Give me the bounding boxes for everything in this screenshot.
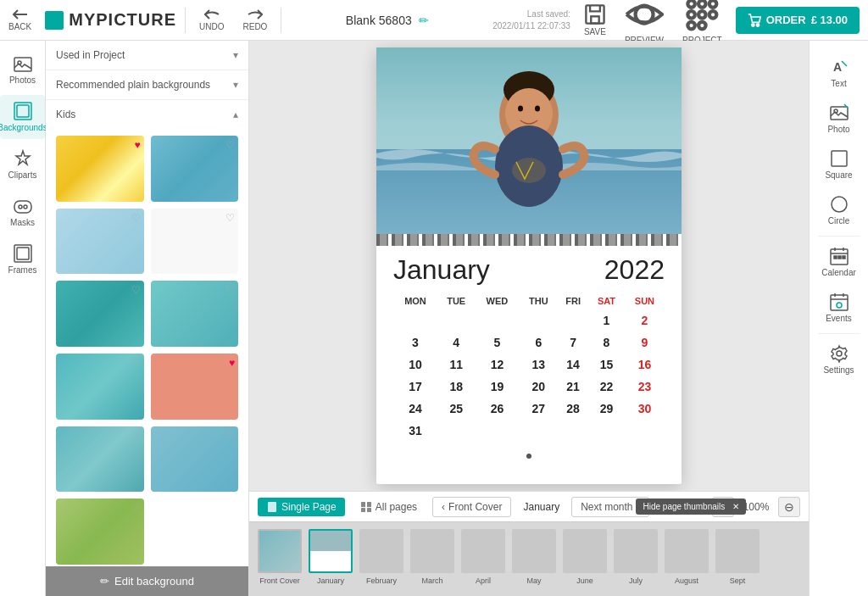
bg-item-7[interactable]: ♡ <box>56 354 144 420</box>
calendar-icon <box>830 247 849 265</box>
right-tool-events-label: Events <box>826 314 852 323</box>
close-tooltip-icon[interactable]: ✕ <box>732 502 739 511</box>
project-button[interactable]: PROJECT <box>677 0 727 45</box>
bg-item-5[interactable]: ♡ <box>56 281 144 347</box>
thumb-sept[interactable]: Sept <box>715 529 760 585</box>
front-cover-button[interactable]: ‹ Front Cover <box>432 497 511 517</box>
edit-background-button[interactable]: ✏ Edit background <box>46 566 248 596</box>
bg-item-2[interactable]: ♡ <box>151 136 239 202</box>
right-tool-photo-label: Photo <box>827 125 849 134</box>
right-tool-square[interactable]: Square <box>810 142 868 187</box>
svg-rect-32 <box>268 502 276 512</box>
bg-item-4[interactable]: ♡ <box>151 209 239 275</box>
right-tool-text[interactable]: A Text <box>810 51 868 95</box>
sidebar-tool-photos-label: Photos <box>9 75 36 85</box>
thumb-label-june: June <box>576 577 593 585</box>
photo-svg <box>376 47 682 234</box>
heart-icon-3[interactable]: ♡ <box>131 212 141 224</box>
heart-icon-4[interactable]: ♡ <box>225 212 235 224</box>
heart-icon-5[interactable]: ♡ <box>131 284 141 296</box>
canvas-workspace[interactable]: January 2022 MON TUE WED THU FRI SAT <box>249 41 809 491</box>
heart-icon-9[interactable]: ♡ <box>131 430 141 442</box>
thumb-march[interactable]: March <box>410 529 454 585</box>
svg-rect-35 <box>361 508 365 512</box>
heart-icon-7[interactable]: ♡ <box>131 357 141 369</box>
right-tool-events[interactable]: Events <box>810 286 868 330</box>
thumb-img-front-cover <box>258 529 302 573</box>
section-kids-header[interactable]: Kids ▴ <box>46 100 248 129</box>
thumb-august[interactable]: August <box>665 529 709 585</box>
svg-point-28 <box>518 106 523 112</box>
section-used-label: Used in Project <box>56 49 125 61</box>
thumb-june[interactable]: June <box>563 529 607 585</box>
thumb-july[interactable]: July <box>614 529 658 585</box>
col-fri: FRI <box>558 292 588 309</box>
right-tool-settings-label: Settings <box>823 365 854 375</box>
section-recommended-header[interactable]: Recommended plain backgrounds ▾ <box>46 70 248 99</box>
right-tool-settings[interactable]: Settings <box>810 337 868 382</box>
sidebar-tool-cliparts[interactable]: Cliparts <box>0 142 45 187</box>
panel-scrollable[interactable]: Used in Project ▾ Recommended plain back… <box>46 41 248 566</box>
calendar-dot <box>393 442 665 467</box>
divider-2 <box>281 8 281 33</box>
thumb-may[interactable]: May <box>512 529 556 585</box>
redo-button[interactable]: REDO <box>237 8 272 31</box>
bg-item-1[interactable]: ♥ <box>56 136 144 202</box>
heart-icon-2[interactable]: ♡ <box>225 139 235 151</box>
bg-item-6[interactable]: ♡ <box>151 281 239 347</box>
section-used-header[interactable]: Used in Project ▾ <box>46 41 248 70</box>
thumb-front-cover[interactable]: Front Cover <box>258 529 302 585</box>
svg-rect-22 <box>17 248 29 259</box>
bg-item-9[interactable]: ♡ <box>56 426 144 493</box>
calendar-header: January 2022 <box>393 254 665 286</box>
bg-item-8[interactable]: ♥ <box>151 354 239 420</box>
heart-icon-10[interactable]: ♡ <box>225 430 235 442</box>
back-label: BACK <box>8 22 31 31</box>
order-button[interactable]: ORDER £ 13.00 <box>736 7 860 34</box>
sidebar-tool-frames[interactable]: Frames <box>0 237 45 281</box>
heart-icon-1[interactable]: ♥ <box>134 139 140 151</box>
backgrounds-panel: Used in Project ▾ Recommended plain back… <box>46 41 249 596</box>
calendar-month: January <box>393 254 490 286</box>
heart-icon-11[interactable]: ♡ <box>131 502 141 514</box>
thumb-label-april: April <box>476 577 491 585</box>
save-button[interactable]: SAVE <box>579 3 611 36</box>
edit-title-icon[interactable]: ✏ <box>419 14 429 27</box>
svg-point-11 <box>698 21 705 28</box>
svg-point-7 <box>687 11 694 18</box>
preview-button[interactable]: PREVIEW <box>620 0 669 45</box>
svg-point-9 <box>709 11 716 18</box>
thumb-january[interactable]: January <box>309 529 353 585</box>
zoom-out-button[interactable]: ⊖ <box>778 497 800 517</box>
thumb-img-june <box>563 529 607 573</box>
sidebar-tool-masks[interactable]: Masks <box>0 190 45 234</box>
right-tool-photo[interactable]: Photo <box>810 97 868 141</box>
undo-button[interactable]: UNDO <box>194 8 229 31</box>
thumb-label-january: January <box>317 577 344 585</box>
svg-point-20 <box>24 205 27 209</box>
sidebar-tool-photos[interactable]: Photos <box>0 47 45 92</box>
thumb-label-february: February <box>366 577 397 585</box>
thumb-label-front-cover: Front Cover <box>259 577 300 585</box>
thumb-april[interactable]: April <box>461 529 505 585</box>
calendar-grid: MON TUE WED THU FRI SAT SUN <box>393 292 665 442</box>
svg-rect-18 <box>14 201 31 213</box>
thumb-february[interactable]: February <box>359 529 403 585</box>
heart-icon-6[interactable]: ♡ <box>225 284 235 296</box>
right-tool-circle[interactable]: Circle <box>810 188 868 232</box>
bg-item-10[interactable]: ♡ <box>151 426 239 493</box>
col-wed: WED <box>475 292 519 309</box>
bg-item-3[interactable]: ♡ <box>56 209 144 275</box>
right-tool-calendar[interactable]: Calendar <box>810 240 868 284</box>
all-pages-button[interactable]: All pages <box>352 498 426 516</box>
single-page-button[interactable]: Single Page <box>258 498 345 516</box>
right-panel-divider-2 <box>818 333 860 334</box>
svg-point-10 <box>687 21 694 28</box>
back-button[interactable]: BACK <box>8 8 31 31</box>
sidebar-tool-backgrounds[interactable]: Backgrounds <box>0 95 45 139</box>
svg-point-8 <box>698 11 705 18</box>
heart-icon-8[interactable]: ♥ <box>229 357 235 369</box>
bg-item-11[interactable]: ♡ <box>56 499 144 565</box>
all-pages-icon <box>360 501 372 513</box>
pencil-icon: ✏ <box>100 575 109 588</box>
